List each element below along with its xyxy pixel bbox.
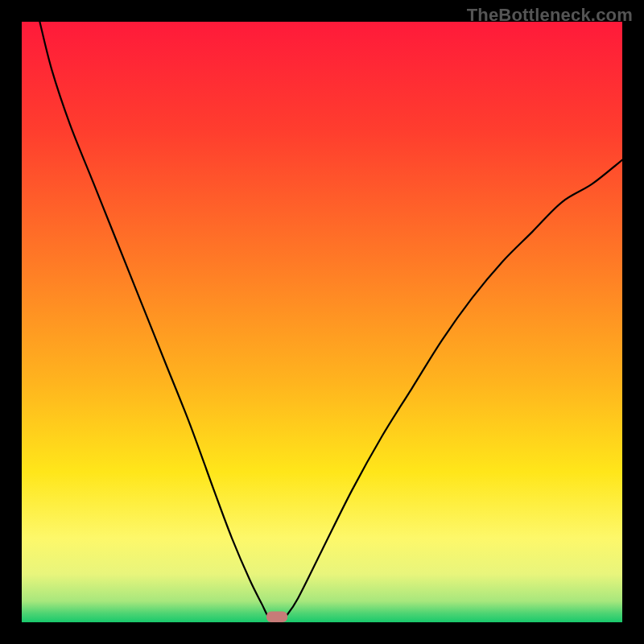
bottleneck-chart: [0, 0, 644, 644]
plot-background: [22, 22, 622, 622]
minimum-marker: [266, 612, 287, 622]
watermark-text: TheBottleneck.com: [467, 5, 633, 26]
